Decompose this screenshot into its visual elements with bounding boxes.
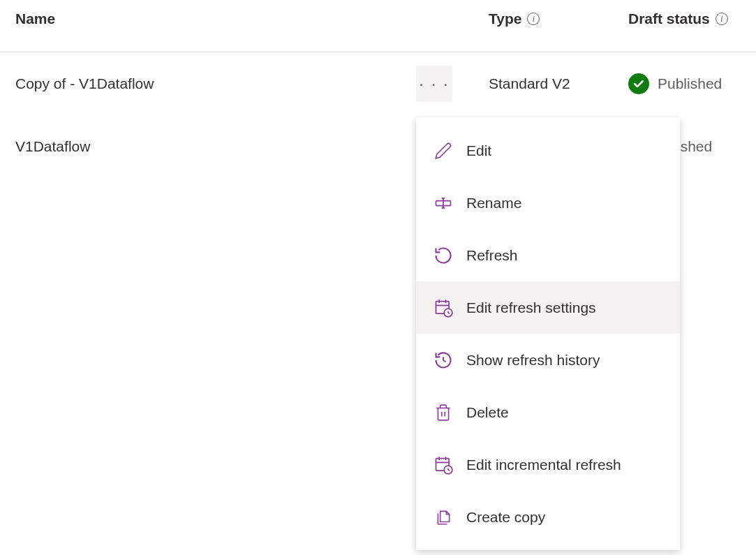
info-icon[interactable]: i xyxy=(716,13,728,25)
checkmark-icon xyxy=(628,73,649,94)
history-icon xyxy=(433,350,454,371)
cell-type: Standard V2 xyxy=(489,75,628,92)
rename-icon xyxy=(433,193,454,214)
header-status-label: Draft status xyxy=(628,10,710,27)
calendar-clock-icon xyxy=(433,454,454,475)
cell-name: Copy of - V1Dataflow xyxy=(0,75,416,92)
menu-label: Refresh xyxy=(466,247,518,264)
svg-line-10 xyxy=(448,313,450,313)
menu-item-edit-incremental-refresh[interactable]: Edit incremental refresh xyxy=(416,438,680,491)
copy-icon xyxy=(433,507,454,528)
menu-label: Edit refresh settings xyxy=(466,299,596,316)
column-header-type[interactable]: Type i xyxy=(489,10,628,27)
header-name-label: Name xyxy=(15,10,55,27)
menu-label: Rename xyxy=(466,195,521,212)
svg-line-12 xyxy=(443,360,446,362)
info-icon[interactable]: i xyxy=(527,13,540,25)
header-type-label: Type xyxy=(489,10,521,27)
cell-status: Published xyxy=(628,73,754,94)
refresh-icon xyxy=(433,245,454,266)
cell-name: V1Dataflow xyxy=(0,138,416,155)
column-header-status[interactable]: Draft status i xyxy=(628,10,754,27)
table-header: Name Type i Draft status i xyxy=(0,0,756,52)
menu-label: Edit incremental refresh xyxy=(466,457,621,473)
dataflow-name: V1Dataflow xyxy=(15,138,90,154)
context-menu: Edit Rename Refresh Edit refresh setting… xyxy=(416,117,680,550)
trash-icon xyxy=(433,402,454,423)
menu-item-edit-refresh-settings[interactable]: Edit refresh settings xyxy=(416,281,680,334)
menu-label: Show refresh history xyxy=(466,352,600,369)
menu-item-refresh[interactable]: Refresh xyxy=(416,229,680,281)
dataflow-name: Copy of - V1Dataflow xyxy=(15,75,154,91)
pencil-icon xyxy=(433,140,454,161)
more-actions-button[interactable]: · · · xyxy=(416,66,452,102)
menu-item-create-copy[interactable]: Create copy xyxy=(416,491,680,543)
calendar-clock-icon xyxy=(433,297,454,318)
type-label: Standard V2 xyxy=(489,75,570,91)
menu-item-show-refresh-history[interactable]: Show refresh history xyxy=(416,334,680,386)
menu-item-rename[interactable]: Rename xyxy=(416,177,680,229)
status-label: Published xyxy=(658,75,722,92)
column-header-name[interactable]: Name xyxy=(0,10,489,27)
table-row[interactable]: Copy of - V1Dataflow · · · Standard V2 P… xyxy=(0,52,756,115)
menu-label: Delete xyxy=(466,404,509,421)
menu-item-delete[interactable]: Delete xyxy=(416,386,680,438)
menu-label: Edit xyxy=(466,142,491,159)
menu-item-edit[interactable]: Edit xyxy=(416,124,680,177)
cell-actions: · · · xyxy=(416,66,489,102)
svg-line-21 xyxy=(448,470,450,471)
menu-label: Create copy xyxy=(466,509,545,526)
